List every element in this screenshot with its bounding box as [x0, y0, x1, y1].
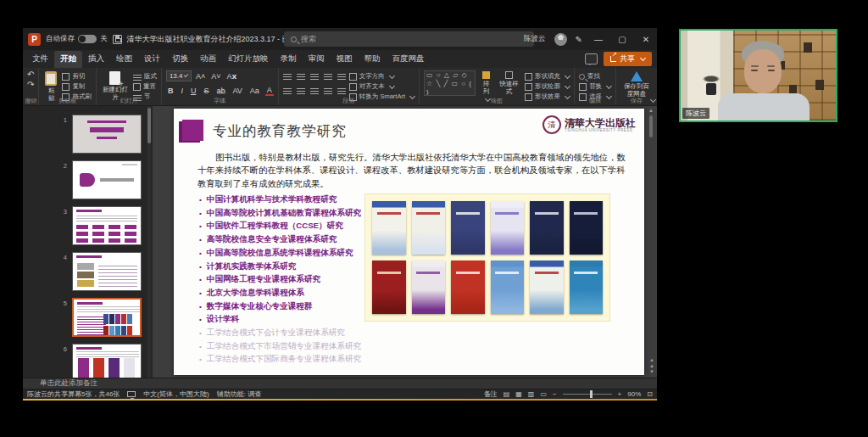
ribbon-tab-审阅[interactable]: 审阅 — [303, 51, 331, 68]
cut-button[interactable]: 剪切 — [62, 72, 92, 81]
save-to-baidu-button[interactable]: 保存到百度网盘 — [620, 70, 653, 98]
slideshow-view-icon[interactable]: ▭ — [540, 390, 547, 398]
notes-toggle-button[interactable]: 备注 — [484, 389, 498, 399]
search-input[interactable]: 搜索 — [284, 31, 534, 47]
display-settings-icon[interactable] — [127, 391, 136, 397]
layout-button[interactable]: 版式 — [133, 72, 157, 81]
line-spacing-icon[interactable] — [337, 72, 346, 80]
ribbon-tab-百度网盘[interactable]: 百度网盘 — [387, 51, 431, 68]
bullet-item: 设计学科 — [199, 313, 369, 327]
editing-group: 查找 替换 选择 编辑 — [575, 68, 616, 105]
normal-view-icon[interactable]: ▤ — [504, 390, 510, 398]
ribbon-tab-切换[interactable]: 切换 — [166, 51, 194, 68]
slide-thumbnail-5-selected[interactable] — [72, 298, 142, 337]
slide-title[interactable]: 专业的教育教学研究 — [213, 122, 347, 141]
maximize-button[interactable]: ▢ — [615, 35, 630, 44]
ribbon-tab-插入[interactable]: 插入 — [82, 51, 110, 68]
zoom-slider[interactable] — [563, 394, 612, 395]
align-right-icon[interactable] — [310, 87, 319, 94]
quick-styles-button[interactable]: 快速样式 — [497, 70, 521, 96]
align-left-icon[interactable] — [283, 87, 292, 94]
ribbon-tab-开始[interactable]: 开始 — [54, 51, 82, 68]
ribbon-tab-帮助[interactable]: 帮助 — [359, 51, 387, 68]
notes-pane[interactable]: 单击此处添加备注 — [23, 378, 657, 389]
ribbon-tab-绘图[interactable]: 绘图 — [110, 51, 138, 68]
slide-intro-paragraph[interactable]: 图书出版，特别是教材出版，研究先行。清华大学出版社依托清华大学在中国高校教育领域… — [198, 151, 626, 190]
columns-icon[interactable] — [337, 87, 346, 94]
shapes-gallery[interactable]: ▭ ○ △ ▱ ◇ ☆ ╲ ╱ ▭ ○ { } — [424, 70, 476, 96]
minimize-button[interactable]: — — [591, 35, 606, 44]
accessibility-status[interactable]: 辅助功能: 调查 — [217, 389, 261, 399]
ribbon-tab-动画[interactable]: 动画 — [194, 51, 222, 68]
slide-thumbnail-1[interactable] — [72, 115, 142, 154]
bullets-icon[interactable] — [283, 72, 292, 80]
scroll-down-icon[interactable]: ▼ — [649, 370, 654, 374]
font-color-button[interactable]: A — [265, 86, 274, 96]
decrease-indent-icon[interactable] — [310, 72, 319, 80]
redo-icon[interactable]: ↷ — [27, 81, 34, 89]
user-avatar[interactable] — [554, 33, 567, 46]
justify-icon[interactable] — [324, 87, 332, 94]
ribbon-tab-设计[interactable]: 设计 — [138, 51, 166, 68]
comments-icon[interactable] — [585, 53, 598, 64]
change-case-button[interactable]: Aa — [248, 87, 261, 95]
shape-fill-button[interactable]: 形状填充 — [525, 72, 570, 81]
pen-mode-icon[interactable]: ✎ — [576, 35, 582, 44]
zoom-level[interactable]: 90% — [627, 390, 641, 398]
slide-thumbnail-2[interactable] — [72, 160, 142, 199]
save-icon[interactable] — [113, 35, 122, 44]
close-button[interactable]: ✕ — [638, 35, 654, 44]
slide-thumbnail-3[interactable] — [72, 206, 142, 245]
clear-format-button[interactable]: A𝘅 — [225, 72, 238, 81]
slide-thumbnail-6[interactable] — [72, 344, 142, 378]
undo-icon[interactable]: ↶ — [27, 70, 34, 79]
research-bullet-list[interactable]: 中国计算机科学与技术学科教程研究中国高等院校计算机基础教育课程体系研究中国软件工… — [199, 193, 369, 367]
webcam-video-tile[interactable]: 陈波云 — [679, 29, 837, 122]
slide-canvas[interactable]: 专业的教育教学研究 清 清華大学出版社 TSINGHUA UNIVERSITY … — [174, 109, 644, 375]
zoom-in-button[interactable]: + — [618, 390, 622, 398]
zoom-slider-thumb[interactable] — [590, 390, 593, 398]
reset-button[interactable]: 重置 — [133, 82, 157, 91]
ribbon-tab-幻灯片放映[interactable]: 幻灯片放映 — [222, 51, 275, 68]
slide-sorter-view-icon[interactable]: ▦ — [515, 390, 522, 398]
font-size-input[interactable]: 13.4 — [166, 70, 192, 81]
numbering-icon[interactable] — [297, 72, 305, 80]
bullet-item: 中国网络工程专业课程体系研究 — [199, 273, 369, 287]
scroll-up-icon[interactable]: ▲ — [648, 108, 654, 113]
underline-button[interactable]: U — [189, 87, 198, 95]
autosave-control[interactable]: 自动保存 关 — [46, 34, 108, 44]
text-shadow-button[interactable]: ab — [214, 87, 226, 95]
ribbon-tab-文件[interactable]: 文件 — [26, 51, 54, 68]
fit-to-window-icon[interactable]: ⊡ — [647, 390, 653, 398]
autosave-toggle[interactable] — [78, 35, 97, 43]
zoom-out-button[interactable]: − — [553, 390, 557, 398]
slide-thumbnail-4[interactable] — [72, 252, 142, 291]
language-indicator[interactable]: 中文(简体，中国大陆) — [143, 389, 209, 399]
reading-view-icon[interactable]: ▥ — [528, 390, 535, 398]
powerpoint-app-icon[interactable]: P — [28, 33, 41, 46]
bold-button[interactable]: B — [166, 87, 175, 95]
share-button[interactable]: 共享 — [604, 52, 652, 66]
character-spacing-button[interactable]: AV — [231, 87, 243, 95]
account-user-name[interactable]: 陈波云 — [524, 34, 546, 44]
replace-button[interactable]: 替换 — [579, 82, 611, 91]
align-center-icon[interactable] — [297, 87, 305, 94]
italic-button[interactable]: I — [179, 87, 185, 95]
thumbnail-scrollbar[interactable] — [147, 106, 151, 378]
text-direction-button[interactable]: 文字方向 — [349, 72, 415, 81]
increase-indent-icon[interactable] — [324, 72, 332, 80]
book-cover-image — [372, 201, 406, 255]
grow-font-button[interactable]: A˄ — [194, 72, 207, 81]
align-text-button[interactable]: 对齐文本 — [349, 82, 415, 91]
ribbon-tab-录制[interactable]: 录制 — [275, 51, 303, 68]
shrink-font-button[interactable]: A˅ — [209, 72, 222, 81]
previous-slide-button[interactable]: ▲ — [649, 358, 654, 362]
copy-button[interactable]: 复制 — [62, 82, 92, 91]
strikethrough-button[interactable]: S — [202, 87, 210, 95]
editor-scrollbar[interactable]: ▲ — [648, 108, 654, 364]
shape-outline-button[interactable]: 形状轮廓 — [525, 82, 570, 91]
ribbon-tab-视图[interactable]: 视图 — [331, 51, 359, 68]
find-button[interactable]: 查找 — [579, 72, 611, 81]
cut-icon — [62, 73, 70, 81]
next-slide-button[interactable]: ▲ — [649, 364, 654, 368]
